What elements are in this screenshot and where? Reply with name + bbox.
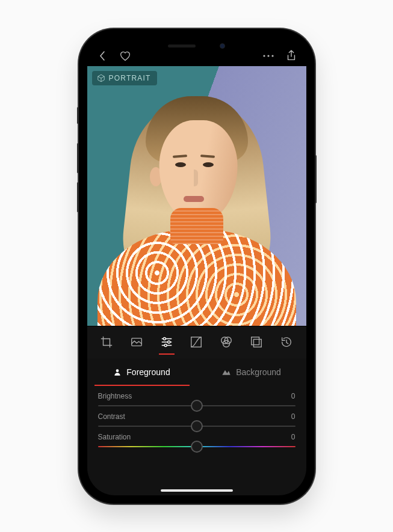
slider-thumb[interactable]	[191, 441, 203, 453]
layers-tool[interactable]	[244, 326, 269, 358]
curves-icon	[190, 335, 203, 349]
layers-icon	[250, 335, 263, 349]
tab-foreground[interactable]: Foreground	[87, 358, 197, 386]
curves-tool[interactable]	[184, 326, 209, 358]
photo-preview[interactable]: PORTRAIT	[87, 66, 306, 326]
screen: PORTRAIT	[87, 37, 306, 495]
filters-icon	[130, 335, 143, 349]
favorite-button[interactable]	[119, 49, 132, 63]
more-button[interactable]	[262, 49, 275, 63]
tab-foreground-label: Foreground	[126, 367, 170, 377]
subject-nose	[190, 170, 198, 186]
volume-up-button	[77, 143, 79, 173]
slider-label: Saturation	[98, 433, 131, 441]
mute-switch	[77, 107, 79, 124]
chevron-left-icon	[98, 50, 107, 61]
adjust-icon	[160, 335, 173, 349]
svg-point-4	[163, 337, 166, 340]
slider-value: 0	[291, 392, 296, 400]
slider-track[interactable]	[98, 405, 296, 406]
history-tool[interactable]	[274, 326, 299, 358]
svg-point-5	[167, 341, 170, 343]
subject-eye	[203, 162, 214, 167]
person-icon	[113, 368, 122, 376]
home-indicator[interactable]	[161, 489, 233, 492]
heart-icon	[119, 50, 131, 61]
slider-brightness: Brightness 0	[98, 392, 296, 406]
slider-contrast: Contrast 0	[98, 412, 296, 427]
share-icon	[286, 50, 297, 62]
slider-thumb[interactable]	[191, 420, 203, 432]
share-button[interactable]	[285, 49, 298, 63]
slider-label: Brightness	[98, 392, 132, 400]
svg-rect-12	[253, 339, 261, 347]
adjust-tool[interactable]	[154, 326, 179, 358]
mountains-icon	[221, 368, 231, 376]
tab-background[interactable]: Background	[197, 358, 306, 386]
svg-point-0	[263, 55, 265, 57]
sliders-panel: Brightness 0 Contrast 0 Saturation	[87, 386, 306, 495]
ellipsis-icon	[262, 54, 274, 58]
svg-point-1	[267, 55, 269, 57]
color-mix-tool[interactable]	[214, 326, 239, 358]
subject-tabs: Foreground Background	[87, 358, 306, 386]
speaker-grille	[168, 44, 196, 47]
slider-saturation: Saturation 0	[98, 433, 296, 447]
svg-rect-11	[252, 337, 259, 345]
crop-tool[interactable]	[94, 326, 119, 358]
front-camera	[220, 43, 225, 49]
slider-track[interactable]	[98, 426, 296, 427]
tab-background-label: Background	[236, 367, 281, 377]
phone-frame: PORTRAIT	[79, 29, 315, 504]
tool-strip	[87, 326, 306, 358]
slider-label: Contrast	[98, 412, 125, 421]
filters-tool[interactable]	[124, 326, 149, 358]
svg-point-13	[116, 369, 119, 372]
subject-lips	[184, 196, 204, 202]
back-button[interactable]	[96, 49, 109, 63]
svg-point-2	[271, 55, 273, 57]
slider-value: 0	[291, 433, 296, 441]
slider-value: 0	[291, 412, 296, 421]
portrait-mode-badge: PORTRAIT	[92, 71, 157, 85]
svg-point-6	[164, 344, 167, 346]
subject-eye	[175, 162, 186, 167]
portrait-badge-label: PORTRAIT	[109, 74, 151, 82]
color-mix-icon	[219, 335, 234, 349]
notch	[140, 37, 254, 55]
cube-icon	[97, 74, 105, 82]
history-icon	[280, 335, 293, 349]
slider-track[interactable]	[98, 446, 296, 447]
slider-thumb[interactable]	[191, 400, 203, 412]
volume-down-button	[77, 182, 79, 212]
power-button	[315, 155, 317, 203]
crop-icon	[100, 335, 113, 349]
